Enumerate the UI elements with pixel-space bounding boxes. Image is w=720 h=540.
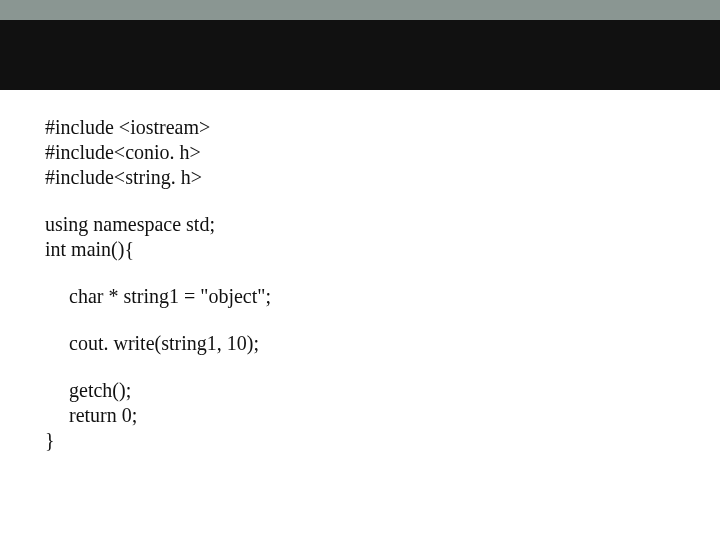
code-line: int main(){ (45, 237, 675, 262)
code-block: #include <iostream> #include<conio. h> #… (45, 115, 675, 475)
code-line: cout. write(string1, 10); (69, 331, 675, 356)
code-line: using namespace std; (45, 212, 675, 237)
code-line: #include<string. h> (45, 165, 675, 190)
code-line: #include <iostream> (45, 115, 675, 140)
main-decl-block: using namespace std; int main(){ (45, 212, 675, 262)
stmt-block: cout. write(string1, 10); (45, 331, 675, 356)
end-block: getch(); return 0; } (45, 378, 675, 453)
title-bar (0, 20, 720, 90)
includes-block: #include <iostream> #include<conio. h> #… (45, 115, 675, 190)
slide: #include <iostream> #include<conio. h> #… (0, 20, 720, 540)
code-line: getch(); (45, 378, 675, 403)
code-line: } (45, 428, 675, 453)
code-line: #include<conio. h> (45, 140, 675, 165)
code-line: char * string1 = "object"; (69, 284, 675, 309)
code-line: return 0; (45, 403, 675, 428)
stmt-block: char * string1 = "object"; (45, 284, 675, 309)
